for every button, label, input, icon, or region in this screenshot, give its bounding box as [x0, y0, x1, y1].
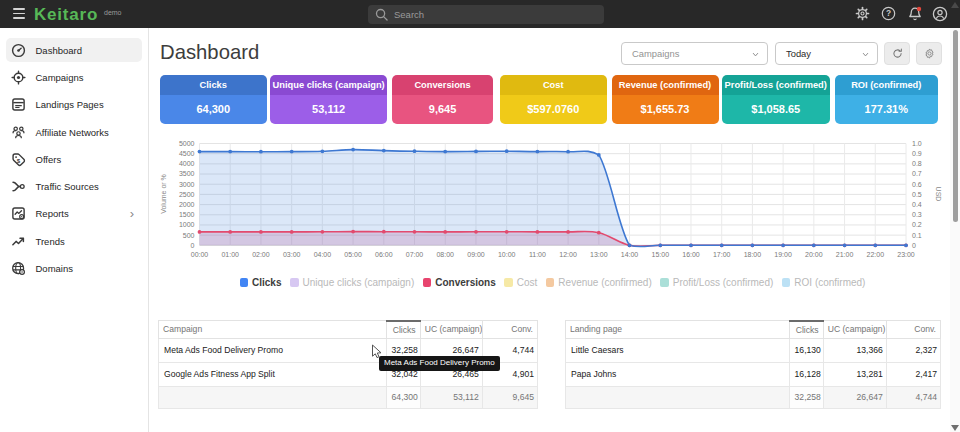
svg-text:16:00: 16:00	[682, 251, 700, 258]
svg-text:1.0: 1.0	[912, 140, 922, 147]
svg-text:2000: 2000	[179, 201, 195, 208]
svg-text:18:00: 18:00	[744, 251, 762, 258]
svg-text:15:00: 15:00	[652, 251, 670, 258]
svg-text:05:00: 05:00	[344, 251, 362, 258]
svg-text:09:00: 09:00	[467, 251, 485, 258]
svg-text:17:00: 17:00	[713, 251, 731, 258]
svg-text:0.7: 0.7	[912, 170, 922, 177]
svg-text:06:00: 06:00	[375, 251, 393, 258]
svg-text:2500: 2500	[179, 191, 195, 198]
svg-text:23:00: 23:00	[897, 251, 915, 258]
svg-text:500: 500	[183, 232, 195, 239]
svg-text:22:00: 22:00	[867, 251, 885, 258]
svg-text:USD: USD	[935, 187, 942, 202]
svg-text:14:00: 14:00	[621, 251, 639, 258]
svg-text:02:00: 02:00	[252, 251, 270, 258]
svg-text:0.4: 0.4	[912, 201, 922, 208]
svg-text:0.9: 0.9	[912, 150, 922, 157]
svg-text:13:00: 13:00	[590, 251, 608, 258]
svg-text:1500: 1500	[179, 211, 195, 218]
svg-text:0.8: 0.8	[912, 160, 922, 167]
svg-text:?: ?	[886, 8, 891, 18]
svg-text:12:00: 12:00	[559, 251, 577, 258]
svg-text:11:00: 11:00	[529, 251, 546, 258]
svg-text:10:00: 10:00	[498, 251, 516, 258]
svg-text:5000: 5000	[179, 140, 195, 147]
svg-text:0.3: 0.3	[912, 211, 922, 218]
svg-text:04:00: 04:00	[314, 251, 332, 258]
svg-text:3500: 3500	[179, 170, 195, 177]
svg-text:0.2: 0.2	[912, 221, 922, 228]
svg-text:00:00: 00:00	[191, 251, 209, 258]
svg-text:0.6: 0.6	[912, 181, 922, 188]
svg-text:0: 0	[912, 242, 916, 249]
svg-text:01:00: 01:00	[221, 251, 239, 258]
svg-text:Volume or %: Volume or %	[160, 174, 167, 214]
svg-text:1000: 1000	[179, 221, 195, 228]
svg-text:0: 0	[191, 242, 195, 249]
svg-text:08:00: 08:00	[436, 251, 454, 258]
svg-text:19:00: 19:00	[774, 251, 792, 258]
svg-text:4500: 4500	[179, 150, 195, 157]
svg-text:0.1: 0.1	[912, 232, 922, 239]
svg-text:4000: 4000	[179, 160, 195, 167]
svg-text:3000: 3000	[179, 181, 195, 188]
svg-text:0.5: 0.5	[912, 191, 922, 198]
svg-text:03:00: 03:00	[283, 251, 301, 258]
svg-text:20:00: 20:00	[805, 251, 823, 258]
svg-text:$: $	[16, 156, 20, 163]
svg-text:21:00: 21:00	[836, 251, 854, 258]
svg-text:07:00: 07:00	[406, 251, 424, 258]
